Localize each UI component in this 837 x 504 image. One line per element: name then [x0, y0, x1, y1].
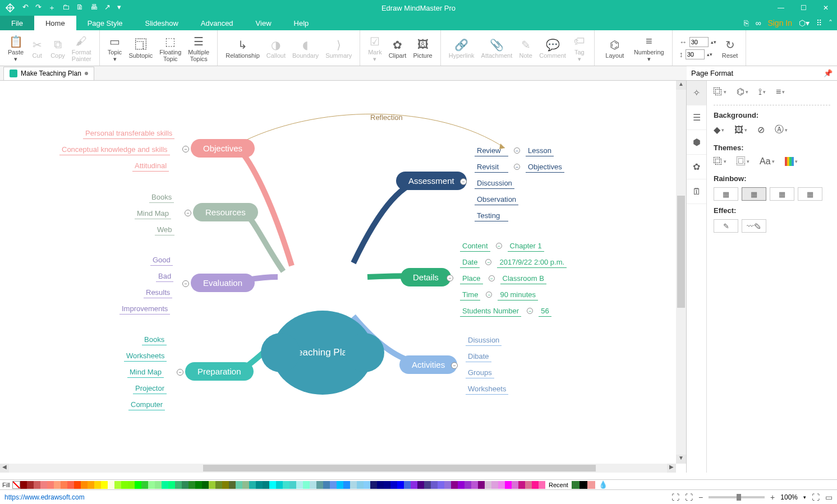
theme-icon[interactable]: ⬡▾ — [799, 19, 810, 27]
sub-node[interactable]: Books — [142, 334, 167, 345]
color-swatch[interactable] — [310, 481, 316, 489]
sub-node[interactable]: Review — [475, 145, 508, 156]
recent-color-swatch[interactable] — [572, 481, 580, 489]
color-swatch[interactable] — [263, 481, 269, 489]
color-swatch[interactable] — [155, 481, 162, 489]
color-swatch[interactable] — [54, 481, 61, 489]
scroll-right-icon[interactable]: ▶ — [667, 464, 676, 473]
sub-node[interactable]: Results — [144, 287, 172, 298]
branch-details[interactable]: Details — [401, 268, 451, 286]
recent-color-swatch[interactable] — [580, 481, 587, 489]
sub-node[interactable]: Personal transferable skills — [83, 128, 174, 139]
color-swatch[interactable] — [195, 481, 202, 489]
rainbow-option-3[interactable]: ▦ — [770, 187, 794, 201]
color-swatch[interactable] — [384, 481, 390, 489]
no-fill-swatch[interactable] — [12, 481, 20, 489]
branch-activities[interactable]: Activities — [399, 355, 457, 374]
color-swatch[interactable] — [236, 481, 242, 489]
collapse-toggle[interactable]: − — [460, 178, 467, 185]
color-swatch[interactable] — [88, 481, 94, 489]
tab-advanced[interactable]: Advanced — [190, 16, 245, 30]
color-swatch[interactable] — [532, 481, 539, 489]
color-swatch[interactable] — [471, 481, 478, 489]
color-swatch[interactable] — [458, 481, 465, 489]
zoom-in-icon[interactable]: + — [770, 493, 775, 502]
sub-node[interactable]: 90 minutes — [498, 289, 538, 300]
recent-color-swatch[interactable] — [587, 481, 595, 489]
theme-font-button[interactable]: Aa▾ — [760, 156, 775, 167]
sub-node[interactable]: 2017/9/22 2:00 p.m. — [497, 257, 567, 268]
horizontal-scrollbar[interactable]: ◀ ▶ — [0, 464, 676, 473]
minimize-button[interactable]: — — [770, 0, 792, 16]
export-button[interactable]: ↗ — [104, 3, 111, 13]
canvas[interactable]: Reflection Teaching Plan Objectives − Pe… — [0, 81, 687, 473]
zoom-slider[interactable] — [709, 496, 765, 498]
redo-button[interactable]: ↷ — [35, 3, 42, 13]
color-swatch[interactable] — [370, 481, 377, 489]
color-swatch[interactable] — [121, 481, 128, 489]
color-swatch[interactable] — [34, 481, 40, 489]
color-swatch[interactable] — [303, 481, 310, 489]
sub-node[interactable]: Groups — [466, 367, 494, 378]
topic-button[interactable]: ▭Topic▾ — [104, 33, 126, 63]
tab-help[interactable]: Help — [283, 16, 320, 30]
color-swatch[interactable] — [148, 481, 155, 489]
scroll-left-icon[interactable]: ◀ — [0, 464, 9, 473]
boundary-button[interactable]: ◖Boundary — [289, 33, 322, 63]
sub-node[interactable]: Attitudinal — [132, 160, 169, 172]
connector-style-button[interactable]: ⌬▾ — [737, 86, 748, 97]
color-swatch[interactable] — [364, 481, 370, 489]
branch-resources[interactable]: Resources — [193, 203, 258, 221]
collapse-toggle[interactable]: − — [451, 362, 458, 369]
sub-node[interactable]: Good — [150, 255, 173, 266]
effect-hand-drawn[interactable]: ✎ — [714, 219, 738, 233]
sub-node[interactable]: Mind Map — [135, 208, 171, 219]
fit-page-icon[interactable]: ⛶ — [672, 493, 679, 502]
color-swatch[interactable] — [188, 481, 195, 489]
tab-slideshow[interactable]: Slideshow — [134, 16, 190, 30]
color-swatch[interactable] — [229, 481, 236, 489]
sub-node[interactable]: Conceptual knowledge and skills — [59, 144, 170, 155]
multiple-topics-button[interactable]: ☰Multiple Topics — [185, 33, 213, 63]
vertical-scrollbar[interactable]: ▲ ▼ — [676, 81, 686, 464]
color-swatch[interactable] — [67, 481, 74, 489]
sub-node[interactable]: Projector — [133, 383, 167, 394]
theme-gallery-button[interactable]: ⿻▾ — [714, 156, 726, 167]
color-swatch[interactable] — [431, 481, 438, 489]
color-swatch[interactable] — [276, 481, 283, 489]
website-link[interactable]: https://www.edrawsoft.com — [4, 493, 85, 501]
color-swatch[interactable] — [465, 481, 471, 489]
sub-node[interactable]: Revisit — [475, 161, 508, 173]
layout-style-button[interactable]: ⿻▾ — [714, 87, 726, 97]
color-swatch[interactable] — [20, 481, 27, 489]
maximize-button[interactable]: ☐ — [792, 0, 815, 16]
sub-node[interactable]: Place — [460, 273, 483, 284]
collapse-toggle[interactable]: − — [182, 146, 189, 152]
tab-view[interactable]: View — [245, 16, 283, 30]
picture-button[interactable]: 🖼Picture — [410, 33, 435, 63]
sub-node[interactable]: Chapter 1 — [508, 241, 544, 252]
color-swatch[interactable] — [491, 481, 498, 489]
format-painter-button[interactable]: 🖌Format Painter — [68, 33, 95, 63]
watermark-button[interactable]: Ⓐ▾ — [775, 124, 788, 136]
color-swatch[interactable] — [289, 481, 296, 489]
color-swatch[interactable] — [377, 481, 384, 489]
sub-node[interactable]: Classroom B — [500, 273, 546, 284]
sub-node[interactable]: Date — [460, 257, 480, 268]
sub-node[interactable]: Books — [149, 192, 174, 203]
color-swatch[interactable] — [27, 481, 34, 489]
callout-button[interactable]: ◑Callout — [263, 33, 289, 63]
color-swatch[interactable] — [512, 481, 518, 489]
branch-objectives[interactable]: Objectives — [191, 139, 255, 158]
reset-button[interactable]: ↻Reset — [719, 33, 742, 63]
color-swatch[interactable] — [256, 481, 263, 489]
paste-button[interactable]: 📋Paste▾ — [4, 33, 27, 63]
panel-tab-outline[interactable]: ☰ — [687, 105, 706, 130]
numbering-button[interactable]: ≡Numbering▾ — [631, 33, 668, 63]
color-swatch[interactable] — [539, 481, 545, 489]
color-swatch[interactable] — [242, 481, 249, 489]
color-swatch[interactable] — [182, 481, 188, 489]
color-swatch[interactable] — [337, 481, 343, 489]
tab-home[interactable]: Home — [34, 16, 76, 30]
color-swatch[interactable] — [283, 481, 289, 489]
